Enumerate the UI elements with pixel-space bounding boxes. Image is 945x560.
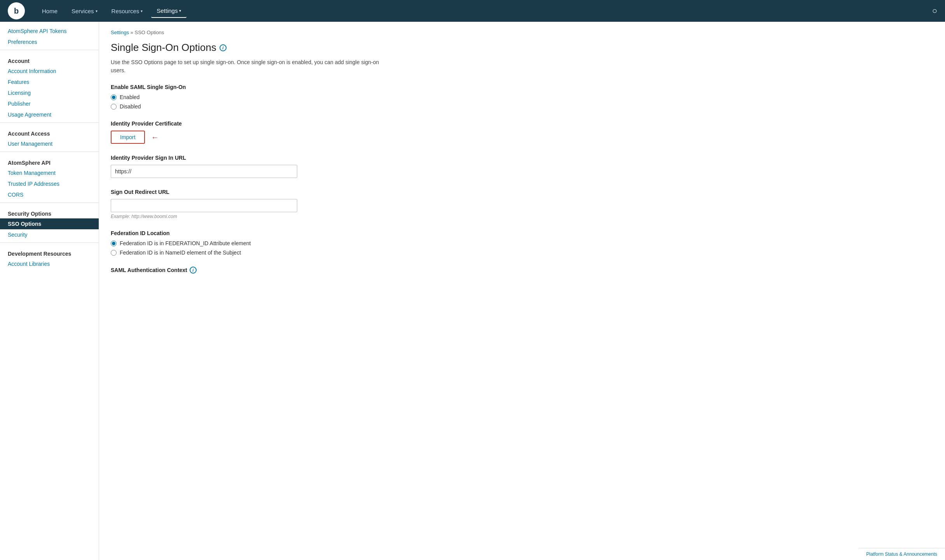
sidebar-item-user-management[interactable]: User Management (0, 138, 99, 149)
sign-in-url-section: Identity Provider Sign In URL (111, 155, 933, 178)
cert-section: Identity Provider Certificate Import ← (111, 120, 933, 144)
sidebar-item-preferences[interactable]: Preferences (0, 37, 99, 47)
chevron-down-icon: ▾ (96, 9, 98, 13)
user-avatar[interactable]: ○ (932, 6, 937, 16)
sidebar-item-licensing[interactable]: Licensing (0, 87, 99, 98)
sidebar-item-account-information[interactable]: Account Information (0, 66, 99, 77)
sign-out-url-hint: Example: http://www.boomi.com (111, 214, 933, 219)
sidebar: AtomSphere API Tokens Preferences Accoun… (0, 22, 99, 560)
saml-disabled-radio[interactable]: Disabled (111, 103, 933, 110)
info-icon[interactable]: i (220, 44, 227, 51)
federation-label: Federation ID Location (111, 230, 933, 236)
saml-auth-info-icon[interactable]: i (190, 267, 197, 274)
bottom-bar[interactable]: Platform Status & Announcements (858, 548, 945, 560)
federation-attribute-radio[interactable]: Federation ID is in FEDERATION_ID Attrib… (111, 240, 933, 246)
page-layout: AtomSphere API Tokens Preferences Accoun… (0, 22, 945, 560)
sidebar-divider (0, 202, 99, 203)
page-title: Single Sign-On Options i (111, 42, 933, 54)
nav-resources[interactable]: Resources ▾ (106, 5, 148, 17)
saml-label: Enable SAML Single Sign-On (111, 84, 933, 90)
sidebar-section-atomsphere-api: AtomSphere API (0, 154, 99, 167)
sidebar-item-features[interactable]: Features (0, 77, 99, 87)
cert-label: Identity Provider Certificate (111, 120, 933, 127)
nav-home[interactable]: Home (37, 5, 63, 17)
sidebar-section-account: Account (0, 52, 99, 66)
sidebar-divider (0, 152, 99, 152)
sign-in-url-input[interactable] (111, 165, 297, 178)
breadcrumb: Settings » SSO Options (111, 30, 933, 35)
sign-out-url-section: Sign Out Redirect URL Example: http://ww… (111, 189, 933, 219)
federation-nameid-input[interactable] (111, 250, 117, 256)
saml-enabled-input[interactable] (111, 94, 117, 100)
sidebar-item-account-libraries[interactable]: Account Libraries (0, 258, 99, 269)
sidebar-divider (0, 122, 99, 123)
import-area: Import ← (111, 131, 933, 144)
left-arrow-icon: ← (151, 133, 159, 142)
federation-radio-group: Federation ID is in FEDERATION_ID Attrib… (111, 240, 933, 256)
sidebar-item-security[interactable]: Security (0, 229, 99, 240)
sign-out-url-input[interactable] (111, 199, 297, 212)
sidebar-divider (0, 242, 99, 243)
federation-attribute-input[interactable] (111, 241, 117, 246)
chevron-down-icon: ▾ (141, 9, 143, 13)
sidebar-divider (0, 50, 99, 50)
saml-enabled-radio[interactable]: Enabled (111, 94, 933, 100)
sidebar-item-trusted-ip-addresses[interactable]: Trusted IP Addresses (0, 178, 99, 189)
import-button[interactable]: Import (111, 131, 145, 144)
sidebar-item-usage-agreement[interactable]: Usage Agreement (0, 109, 99, 120)
logo-text: b (14, 7, 19, 16)
logo[interactable]: b (8, 2, 25, 19)
saml-disabled-input[interactable] (111, 104, 117, 110)
sidebar-item-atomsphere-api-tokens[interactable]: AtomSphere API Tokens (0, 26, 99, 37)
arrow-indicator: ← (151, 133, 159, 142)
top-navigation: b Home Services ▾ Resources ▾ Settings ▾… (0, 0, 945, 22)
saml-auth-section: SAML Authentication Context i (111, 267, 933, 274)
sidebar-section-security-options: Security Options (0, 205, 99, 218)
sidebar-item-sso-options[interactable]: SSO Options (0, 218, 99, 229)
sidebar-item-token-management[interactable]: Token Management (0, 167, 99, 178)
sidebar-item-publisher[interactable]: Publisher (0, 98, 99, 109)
nav-settings[interactable]: Settings ▾ (151, 4, 187, 18)
saml-radio-group: Enabled Disabled (111, 94, 933, 110)
sign-out-url-label: Sign Out Redirect URL (111, 189, 933, 195)
sidebar-section-account-access: Account Access (0, 125, 99, 138)
saml-section: Enable SAML Single Sign-On Enabled Disab… (111, 84, 933, 110)
breadcrumb-parent[interactable]: Settings (111, 30, 129, 35)
federation-section: Federation ID Location Federation ID is … (111, 230, 933, 256)
page-description: Use the SSO Options page to set up singl… (111, 58, 383, 75)
breadcrumb-current: SSO Options (134, 30, 164, 35)
breadcrumb-separator: » (131, 30, 135, 35)
sidebar-item-cors[interactable]: CORS (0, 189, 99, 200)
sidebar-section-development-resources: Development Resources (0, 245, 99, 258)
main-content: Settings » SSO Options Single Sign-On Op… (99, 22, 945, 560)
nav-items: Home Services ▾ Resources ▾ Settings ▾ (37, 4, 921, 18)
nav-services[interactable]: Services ▾ (66, 5, 103, 17)
chevron-down-icon: ▾ (179, 9, 181, 13)
federation-nameid-radio[interactable]: Federation ID is in NameID element of th… (111, 249, 933, 256)
saml-auth-label: SAML Authentication Context i (111, 267, 933, 274)
sign-in-url-label: Identity Provider Sign In URL (111, 155, 933, 161)
